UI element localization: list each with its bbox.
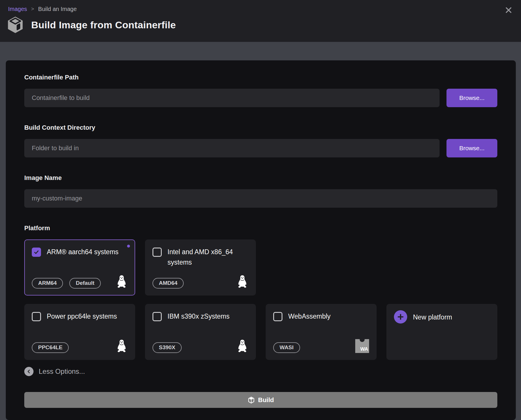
platform-name: WebAssembly <box>288 311 331 322</box>
build-context-label: Build Context Directory <box>24 124 497 131</box>
linux-penguin-icon <box>236 339 248 353</box>
breadcrumb-images-link[interactable]: Images <box>8 6 27 12</box>
platform-card-amd64[interactable]: Intel and AMD x86_64 systems AMD64 <box>145 239 256 296</box>
badge-wasi: WASI <box>273 342 300 353</box>
wasm-checkbox[interactable] <box>273 312 282 321</box>
linux-penguin-icon <box>116 339 128 353</box>
image-name-label: Image Name <box>24 174 497 182</box>
image-name-group: Image Name <box>24 174 497 208</box>
breadcrumb: Images > Build an Image <box>6 6 513 12</box>
build-button-label: Build <box>258 396 274 404</box>
selected-dot <box>127 245 130 248</box>
breadcrumb-separator: > <box>31 6 34 12</box>
arm64-checkbox[interactable] <box>32 248 41 257</box>
image-cube-icon <box>6 16 24 34</box>
image-name-input[interactable] <box>24 189 497 208</box>
platform-card-wasm[interactable]: WebAssembly WASI WA <box>266 304 377 360</box>
badge-s390x: S390X <box>152 342 182 353</box>
containerfile-browse-button[interactable]: Browse... <box>446 89 497 107</box>
containerfile-path-label: Containerfile Path <box>24 74 497 81</box>
linux-penguin-icon <box>236 275 248 289</box>
platform-name: IBM s390x zSystems <box>168 311 230 322</box>
less-options-label: Less Options... <box>39 367 85 376</box>
build-context-browse-button[interactable]: Browse... <box>446 139 497 157</box>
badge-ppc64le: PPC64LE <box>32 342 69 353</box>
build-cube-icon <box>248 397 255 404</box>
close-icon <box>505 6 512 14</box>
badge-amd64: AMD64 <box>152 278 184 289</box>
less-options-toggle[interactable]: Less Options... <box>24 367 85 376</box>
platform-grid: ARM® aarch64 systems ARM64 Default <box>24 239 497 360</box>
badge-arm64: ARM64 <box>32 278 63 289</box>
breadcrumb-current: Build an Image <box>38 6 77 12</box>
platform-card-ppc64le[interactable]: Power ppc64le systems PPC64LE <box>24 304 135 360</box>
platform-label: Platform <box>24 224 497 232</box>
platform-group: Platform ARM® aarch64 systems ARM64 <box>24 224 497 360</box>
badge-default: Default <box>69 278 101 289</box>
platform-name: Power ppc64le systems <box>47 311 117 322</box>
containerfile-path-input[interactable] <box>24 89 440 107</box>
s390x-checkbox[interactable] <box>152 312 162 321</box>
platform-card-arm64[interactable]: ARM® aarch64 systems ARM64 Default <box>24 239 135 296</box>
build-button[interactable]: Build <box>24 392 497 408</box>
check-icon <box>34 249 39 255</box>
webassembly-icon: WA <box>355 339 369 353</box>
amd64-checkbox[interactable] <box>152 248 162 257</box>
build-context-input[interactable] <box>24 139 440 157</box>
containerfile-path-group: Containerfile Path Browse... <box>24 74 497 107</box>
build-form-panel: Containerfile Path Browse... Build Conte… <box>6 60 516 420</box>
platform-card-s390x[interactable]: IBM s390x zSystems S390X <box>145 304 256 360</box>
page-title: Build Image from Containerfile <box>31 19 176 31</box>
new-platform-label: New platform <box>413 312 452 323</box>
linux-penguin-icon <box>116 275 128 289</box>
close-button[interactable] <box>504 6 513 14</box>
dialog-header: Images > Build an Image Build Image from… <box>0 0 521 42</box>
add-platform-icon <box>394 310 407 324</box>
platform-name: Intel and AMD x86_64 systems <box>168 247 248 267</box>
build-context-group: Build Context Directory Browse... <box>24 124 497 157</box>
chevron-left-icon <box>24 367 34 376</box>
platform-name: ARM® aarch64 systems <box>47 247 118 257</box>
ppc64le-checkbox[interactable] <box>32 312 41 321</box>
new-platform-card[interactable]: New platform <box>386 304 497 360</box>
